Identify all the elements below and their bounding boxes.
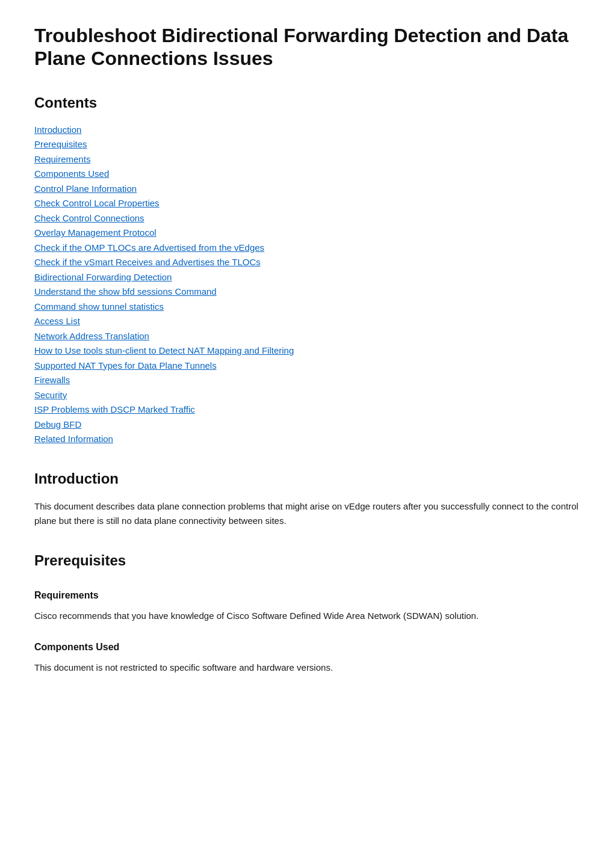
list-item: Bidirectional Forwarding Detection	[34, 271, 580, 285]
list-item: ISP Problems with DSCP Marked Traffic	[34, 403, 580, 417]
list-item: Access List	[34, 315, 580, 328]
contents-link[interactable]: Check if the OMP TLOCs are Advertised fr…	[34, 242, 264, 253]
requirements-subheading: Requirements	[34, 588, 580, 603]
list-item: Check if the vSmart Receives and Adverti…	[34, 256, 580, 269]
contents-link[interactable]: Introduction	[34, 125, 81, 135]
contents-link[interactable]: Supported NAT Types for Data Plane Tunne…	[34, 360, 217, 371]
list-item: Security	[34, 389, 580, 402]
contents-link[interactable]: How to Use tools stun-client to Detect N…	[34, 345, 294, 356]
page-title: Troubleshoot Bidirectional Forwarding De…	[34, 24, 580, 70]
contents-link[interactable]: Security	[34, 390, 67, 400]
contents-link[interactable]: Bidirectional Forwarding Detection	[34, 272, 172, 282]
list-item: Check Control Local Properties	[34, 197, 580, 211]
contents-link[interactable]: Requirements	[34, 154, 90, 164]
contents-link[interactable]: Access List	[34, 316, 80, 326]
list-item: Command show tunnel statistics	[34, 300, 580, 314]
contents-link[interactable]: Prerequisites	[34, 139, 87, 149]
contents-heading: Contents	[34, 92, 580, 114]
list-item: Control Plane Information	[34, 182, 580, 196]
contents-link[interactable]: ISP Problems with DSCP Marked Traffic	[34, 404, 195, 414]
list-item: Introduction	[34, 123, 580, 137]
contents-link[interactable]: Overlay Management Protocol	[34, 227, 157, 238]
contents-link[interactable]: Understand the show bfd sessions Command	[34, 286, 217, 297]
contents-section: Contents IntroductionPrerequisitesRequir…	[34, 92, 580, 446]
contents-link[interactable]: Network Address Translation	[34, 331, 149, 341]
contents-link[interactable]: Related Information	[34, 434, 113, 444]
list-item: How to Use tools stun-client to Detect N…	[34, 344, 580, 358]
list-item: Components Used	[34, 167, 580, 181]
list-item: Understand the show bfd sessions Command	[34, 285, 580, 299]
introduction-body: This document describes data plane conne…	[34, 499, 580, 528]
introduction-heading: Introduction	[34, 468, 580, 490]
contents-list: IntroductionPrerequisitesRequirementsCom…	[34, 123, 580, 446]
list-item: Check Control Connections	[34, 212, 580, 226]
components-used-subheading: Components Used	[34, 640, 580, 654]
list-item: Related Information	[34, 432, 580, 446]
list-item: Firewalls	[34, 374, 580, 387]
requirements-body: Cisco recommends that you have knowledge…	[34, 609, 580, 623]
contents-link[interactable]: Debug BFD	[34, 419, 81, 429]
contents-link[interactable]: Control Plane Information	[34, 183, 137, 194]
contents-link[interactable]: Check Control Connections	[34, 213, 144, 223]
contents-link[interactable]: Command show tunnel statistics	[34, 301, 164, 312]
introduction-section: Introduction This document describes dat…	[34, 468, 580, 528]
list-item: Overlay Management Protocol	[34, 226, 580, 240]
contents-link[interactable]: Check Control Local Properties	[34, 198, 160, 208]
list-item: Prerequisites	[34, 138, 580, 152]
list-item: Supported NAT Types for Data Plane Tunne…	[34, 359, 580, 373]
list-item: Check if the OMP TLOCs are Advertised fr…	[34, 241, 580, 255]
prerequisites-section: Prerequisites Requirements Cisco recomme…	[34, 550, 580, 675]
contents-link[interactable]: Firewalls	[34, 375, 70, 385]
contents-link[interactable]: Components Used	[34, 168, 109, 179]
components-used-body: This document is not restricted to speci…	[34, 660, 580, 675]
prerequisites-heading: Prerequisites	[34, 550, 580, 571]
contents-link[interactable]: Check if the vSmart Receives and Adverti…	[34, 257, 261, 267]
list-item: Debug BFD	[34, 418, 580, 432]
list-item: Network Address Translation	[34, 330, 580, 343]
list-item: Requirements	[34, 153, 580, 167]
